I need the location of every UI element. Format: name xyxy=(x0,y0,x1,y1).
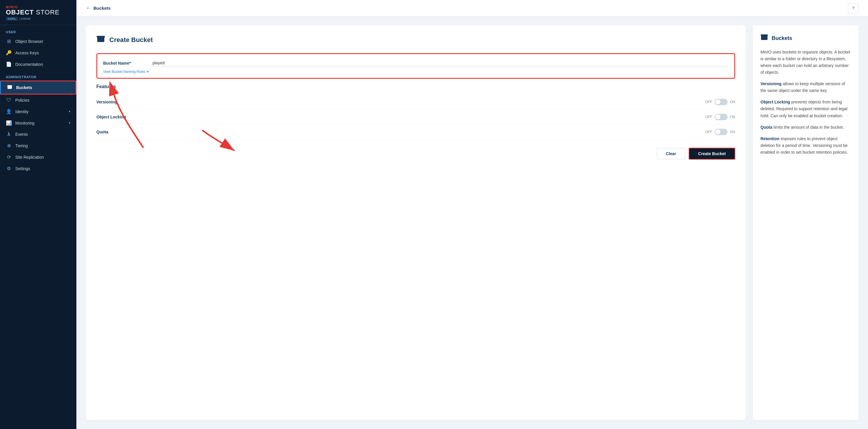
sidebar-item-label: Site Replication xyxy=(15,155,70,159)
versioning-off-label: OFF xyxy=(705,100,712,104)
sidebar-item-object-browser[interactable]: ⊞ Object Browser xyxy=(0,36,76,47)
quota-off-label: OFF xyxy=(705,130,712,134)
info-object-locking-bold: Object Locking xyxy=(761,100,790,104)
panel-bucket-icon xyxy=(96,35,105,45)
create-bucket-button[interactable]: Create Bucket xyxy=(689,148,735,159)
info-main-text: MinIO uses buckets to organize objects. … xyxy=(761,49,851,76)
help-icon: ? xyxy=(852,6,855,10)
tiering-icon: ⊗ xyxy=(6,143,12,148)
object-locking-toggle[interactable] xyxy=(715,114,727,120)
sidebar-item-identity[interactable]: 👤 Identity ▾ xyxy=(0,106,76,117)
license-text: LICENSE xyxy=(20,17,31,20)
sidebar-item-documentation[interactable]: 📄 Documentation xyxy=(0,59,76,70)
back-arrow-icon[interactable]: ← xyxy=(86,5,91,11)
features-title: Features xyxy=(96,84,735,89)
sidebar-logo: MINIO OBJECT STORE AGPL LICENSE xyxy=(0,0,76,25)
info-retention-bold: Retention xyxy=(761,136,780,141)
info-object-locking-text: Object Locking prevents objects from bei… xyxy=(761,99,851,119)
content-area: Create Bucket Bucket Name* View Bucket N… xyxy=(76,17,868,429)
object-locking-off-label: OFF xyxy=(705,115,712,119)
agpl-badge: AGPL xyxy=(6,17,18,21)
chevron-down-icon: ▾ xyxy=(147,70,149,74)
object-browser-icon: ⊞ xyxy=(6,38,12,44)
bucket-name-label: Bucket Name* xyxy=(103,61,150,65)
sidebar-item-label: Settings xyxy=(15,166,70,171)
view-rules-link[interactable]: View Bucket Naming Rules ▾ xyxy=(103,70,728,74)
info-retention-text: Retention imposes rules to prevent objec… xyxy=(761,135,851,156)
main-content: ← Buckets ? Create Bucket Buck xyxy=(76,0,868,429)
info-bucket-icon xyxy=(761,33,768,43)
settings-icon: ⚙ xyxy=(6,166,12,171)
object-locking-label: Object Locking xyxy=(96,115,126,119)
versioning-toggle[interactable] xyxy=(715,99,727,105)
identity-expand-arrow: ▾ xyxy=(69,110,70,114)
sidebar-item-label: Events xyxy=(15,132,70,136)
sidebar-item-label: Tiering xyxy=(15,143,70,148)
view-rules-label: View Bucket Naming Rules xyxy=(103,70,146,74)
quota-toggle[interactable] xyxy=(715,129,727,135)
sidebar: MINIO OBJECT STORE AGPL LICENSE User ⊞ O… xyxy=(0,0,76,429)
policies-icon: 🛡 xyxy=(6,97,12,103)
quota-label: Quota xyxy=(96,130,108,134)
logo-title: OBJECT STORE xyxy=(6,9,70,16)
sidebar-item-buckets[interactable]: Buckets xyxy=(0,81,76,95)
info-quota-description: limits the amount of data in the bucket. xyxy=(773,125,844,130)
sidebar-item-label: Documentation xyxy=(15,62,70,67)
sidebar-item-label: Identity xyxy=(15,109,65,114)
access-keys-icon: 🔑 xyxy=(6,50,12,56)
versioning-label: Versioning xyxy=(96,100,118,104)
documentation-icon: 📄 xyxy=(6,61,12,67)
help-button[interactable]: ? xyxy=(848,3,859,13)
panel-form-title: Create Bucket xyxy=(109,36,153,44)
info-panel-title-row: Buckets xyxy=(761,33,851,43)
site-replication-icon: ⟳ xyxy=(6,154,12,160)
breadcrumb: ← Buckets xyxy=(86,5,111,11)
quota-toggle-knob xyxy=(715,129,720,134)
user-section-label: User xyxy=(0,25,76,36)
sidebar-item-site-replication[interactable]: ⟳ Site Replication xyxy=(0,151,76,163)
info-panel: Buckets MinIO uses buckets to organize o… xyxy=(753,25,859,420)
sidebar-item-label: Object Browser xyxy=(15,39,70,44)
sidebar-item-label: Policies xyxy=(15,98,70,102)
monitoring-icon: 📊 xyxy=(6,120,12,126)
monitoring-expand-arrow: ▾ xyxy=(69,121,70,125)
bucket-name-field-row: Bucket Name* xyxy=(103,59,728,67)
object-locking-on-label: ON xyxy=(730,115,735,119)
bucket-name-section: Bucket Name* View Bucket Naming Rules ▾ xyxy=(96,53,735,79)
clear-button[interactable]: Clear xyxy=(657,148,685,159)
object-locking-toggle-knob xyxy=(715,114,720,120)
info-versioning-bold: Versioning xyxy=(761,82,782,86)
sidebar-item-settings[interactable]: ⚙ Settings xyxy=(0,163,76,174)
sidebar-item-label: Monitoring xyxy=(15,121,65,125)
versioning-toggle-group: OFF ON xyxy=(705,99,735,105)
action-buttons: Clear Create Bucket xyxy=(96,148,735,159)
features-section: Features Versioning OFF ON Object Lockin… xyxy=(96,84,735,140)
quota-row: Quota OFF ON xyxy=(96,125,735,140)
sidebar-item-policies[interactable]: 🛡 Policies xyxy=(0,95,76,106)
svg-rect-1 xyxy=(7,85,12,86)
admin-section-label: Administrator xyxy=(0,70,76,81)
info-quota-bold: Quota xyxy=(761,125,772,130)
identity-icon: 👤 xyxy=(6,109,12,114)
svg-rect-0 xyxy=(8,86,12,89)
sidebar-item-label: Buckets xyxy=(16,85,70,90)
create-bucket-panel: Create Bucket Bucket Name* View Bucket N… xyxy=(86,25,746,420)
sidebar-item-label: Access Keys xyxy=(15,51,70,55)
svg-rect-2 xyxy=(97,37,104,42)
svg-rect-7 xyxy=(761,34,768,36)
info-panel-title: Buckets xyxy=(772,34,792,43)
sidebar-item-tiering[interactable]: ⊗ Tiering xyxy=(0,140,76,151)
page-title: Buckets xyxy=(93,6,111,10)
info-quota-text: Quota limits the amount of data in the b… xyxy=(761,124,851,131)
versioning-toggle-knob xyxy=(715,99,720,104)
sidebar-item-access-keys[interactable]: 🔑 Access Keys xyxy=(0,47,76,59)
bucket-name-input[interactable] xyxy=(150,59,728,67)
svg-rect-3 xyxy=(97,36,105,38)
svg-rect-6 xyxy=(761,36,768,40)
logo-license: AGPL LICENSE xyxy=(6,17,70,21)
object-locking-toggle-group: OFF ON xyxy=(705,114,735,120)
buckets-icon xyxy=(7,84,12,91)
info-versioning-text: Versioning allows to keep multiple versi… xyxy=(761,81,851,94)
sidebar-item-monitoring[interactable]: 📊 Monitoring ▾ xyxy=(0,117,76,129)
sidebar-item-events[interactable]: λ Events xyxy=(0,129,76,140)
